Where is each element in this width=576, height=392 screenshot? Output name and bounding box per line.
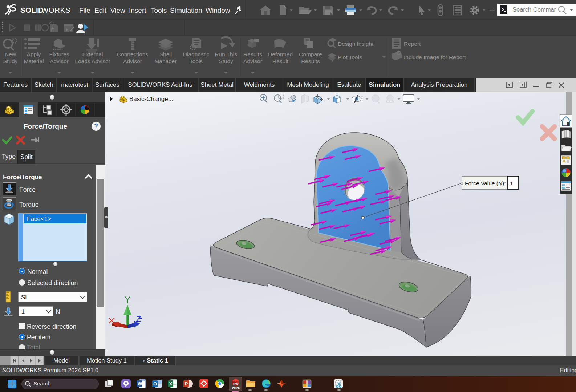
svg-text:SW: SW xyxy=(233,382,239,386)
svg-text:X: X xyxy=(169,381,173,387)
svg-text:1: 1 xyxy=(510,180,513,186)
svg-text:SOLID: SOLID xyxy=(20,6,44,14)
svg-text:W: W xyxy=(138,381,142,387)
svg-text:Basic-Change...: Basic-Change... xyxy=(129,96,173,102)
svg-text:{ }: { } xyxy=(51,27,55,32)
svg-text:O: O xyxy=(153,381,157,387)
svg-text:P: P xyxy=(185,381,188,387)
svg-text:WORKS: WORKS xyxy=(41,6,70,14)
svg-text:Force Value (N):: Force Value (N): xyxy=(465,180,506,186)
